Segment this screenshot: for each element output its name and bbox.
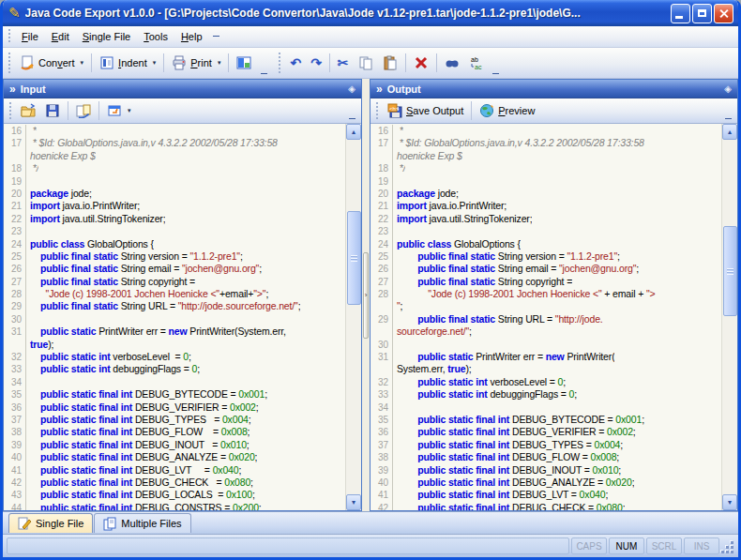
- diamond-icon: ◈: [348, 83, 355, 94]
- menubar-overflow-button[interactable]: [211, 36, 222, 38]
- scroll-track[interactable]: [346, 140, 361, 494]
- open-file-button[interactable]: [16, 100, 40, 121]
- undo-button[interactable]: ↶: [285, 53, 306, 72]
- code-line: 42 public static final int DEBUG_CHECK =…: [370, 502, 721, 510]
- edit-toolbar: ↶ ↷ ✂ abac: [273, 48, 505, 78]
- paste-button[interactable]: [378, 53, 402, 73]
- toolbar-grip[interactable]: [8, 53, 12, 73]
- convert-button[interactable]: Convert ▾: [15, 53, 88, 73]
- tab-label: Multiple Files: [121, 518, 181, 529]
- menu-file[interactable]: File: [15, 29, 45, 44]
- panel-splitter[interactable]: ›: [362, 79, 370, 511]
- preview-button[interactable]: Preview: [475, 100, 539, 121]
- code-line: 24public class GlobalOptions {: [370, 238, 721, 250]
- maximize-button[interactable]: [692, 4, 712, 23]
- code-line: hoenicke Exp $: [370, 150, 721, 162]
- toolbar-overflow-button[interactable]: [491, 73, 502, 78]
- print-button[interactable]: Print ▾: [167, 53, 225, 73]
- code-line: ";: [370, 300, 721, 312]
- toolbar-grip[interactable]: [8, 29, 12, 43]
- thumb-grip-icon: [727, 268, 733, 275]
- layout-button[interactable]: [232, 53, 256, 73]
- toolbar-grip[interactable]: [8, 102, 13, 119]
- code-line: 36 public static final int DEBUG_VERIFIE…: [4, 401, 345, 414]
- app-icon: ✎: [8, 5, 21, 22]
- code-line: 37 public static final int DEBUG_TYPES =…: [4, 414, 345, 426]
- replace-icon: abac: [469, 55, 484, 70]
- scroll-up-icon: ▴: [728, 128, 732, 136]
- cut-button[interactable]: ✂: [333, 53, 354, 72]
- maximize-icon: [698, 9, 706, 17]
- code-line: 19: [4, 175, 345, 188]
- output-toolbar: <h> Save Output Preview: [370, 98, 737, 124]
- status-scrl: SCRL: [646, 537, 682, 554]
- input-editor[interactable]: 16 *17 * $Id: GlobalOptions.java.in,v 4.…: [4, 124, 361, 510]
- open-folder-icon: [21, 103, 36, 118]
- toolbar-row: Convert ▾ Indent ▾ Print ▾ ↶: [3, 48, 738, 79]
- redo-icon: ↷: [310, 56, 322, 69]
- code-line: 33 public static int debuggingFlags = 0;: [4, 363, 345, 375]
- resize-grip[interactable]: [721, 537, 734, 554]
- output-vertical-scrollbar[interactable]: ▴ ▾: [721, 124, 737, 510]
- export-window-button[interactable]: ▾: [102, 100, 136, 121]
- cut-icon: ✂: [338, 56, 349, 69]
- toolbar-overflow-button[interactable]: [722, 118, 733, 123]
- menu-tools[interactable]: Tools: [137, 29, 174, 44]
- menu-edit[interactable]: Edit: [45, 29, 76, 44]
- input-vertical-scrollbar[interactable]: ▴ ▾: [345, 124, 361, 510]
- code-line: 27 public final static String copyright …: [370, 276, 721, 288]
- code-line: 37 public static final int DEBUG_TYPES =…: [370, 439, 721, 451]
- paste-icon: [383, 55, 398, 70]
- input-code-area[interactable]: 16 *17 * $Id: GlobalOptions.java.in,v 4.…: [4, 124, 345, 510]
- code-line: 40 public static final int DEBUG_ANALYZE…: [370, 477, 721, 489]
- convert-input-button[interactable]: [71, 100, 96, 121]
- code-line: 31 public static PrintWriter err = new P…: [370, 351, 721, 363]
- input-panel-title: Input: [21, 83, 344, 95]
- scroll-thumb[interactable]: [723, 226, 737, 316]
- scroll-down-button[interactable]: ▾: [722, 494, 737, 510]
- input-panel-header[interactable]: » Input ◈: [4, 80, 361, 98]
- toolbar-overflow-button[interactable]: [258, 73, 269, 78]
- close-icon: [718, 8, 729, 19]
- dropdown-arrow-icon: ▾: [218, 59, 221, 67]
- status-caps: CAPS: [571, 537, 607, 554]
- code-line: 22import java.util.StringTokenizer;: [370, 213, 721, 225]
- redo-button[interactable]: ↷: [306, 53, 326, 72]
- code-line: 19: [370, 175, 721, 188]
- svg-text:ab: ab: [471, 56, 478, 63]
- copy-button[interactable]: [354, 53, 378, 73]
- save-file-button[interactable]: [40, 100, 65, 121]
- code-line: 21import java.io.PrintWriter;: [370, 200, 721, 212]
- output-panel-header[interactable]: » Output ◈: [370, 80, 737, 98]
- replace-button[interactable]: abac: [464, 53, 489, 73]
- menu-help[interactable]: Help: [174, 29, 209, 44]
- output-editor[interactable]: 16 *17 * $Id: GlobalOptions.java.in,v 4.…: [370, 124, 737, 510]
- multiple-files-icon: [103, 517, 117, 531]
- title-bar[interactable]: ✎ Java Code Export v1.0.0 - [G:\Projects…: [3, 0, 738, 26]
- code-line: 24public class GlobalOptions {: [4, 238, 345, 250]
- scroll-track[interactable]: [722, 140, 737, 494]
- scroll-down-button[interactable]: ▾: [346, 494, 361, 510]
- find-button[interactable]: [440, 53, 464, 73]
- code-line: 29 public final static String URL = "htt…: [370, 313, 721, 325]
- scroll-up-button[interactable]: ▴: [346, 124, 361, 140]
- tab-multiple-files[interactable]: Multiple Files: [94, 513, 190, 533]
- close-button[interactable]: [714, 4, 733, 23]
- indent-button[interactable]: Indent ▾: [95, 53, 160, 73]
- toolbar-grip[interactable]: [278, 53, 282, 73]
- minimize-button[interactable]: [671, 4, 690, 23]
- menu-single-file[interactable]: Single File: [76, 29, 137, 44]
- save-output-button[interactable]: <h> Save Output: [383, 100, 468, 121]
- scroll-up-button[interactable]: ▴: [722, 124, 737, 140]
- toolbar-grip[interactable]: [375, 102, 380, 119]
- splitter-handle[interactable]: ›: [363, 252, 369, 339]
- copy-icon: [358, 55, 373, 70]
- scroll-thumb[interactable]: [347, 211, 361, 305]
- delete-button[interactable]: [409, 53, 433, 73]
- code-line: 39 public static final int DEBUG_INOUT =…: [4, 439, 345, 451]
- toolbar-overflow-button[interactable]: [346, 118, 357, 123]
- tab-single-file[interactable]: Single File: [8, 513, 93, 533]
- scroll-down-icon: ▾: [352, 498, 355, 507]
- output-code-area[interactable]: 16 *17 * $Id: GlobalOptions.java.in,v 4.…: [370, 124, 721, 510]
- code-line: 16 *: [370, 125, 721, 137]
